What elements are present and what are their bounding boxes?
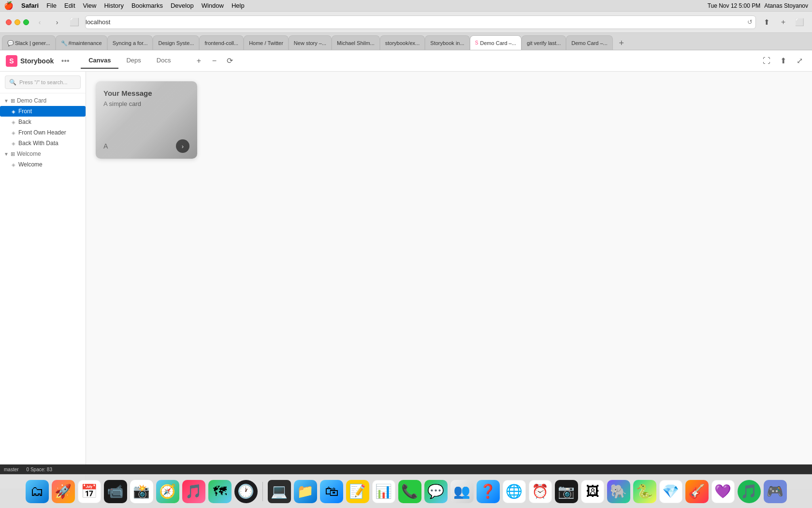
dock-appstore[interactable]: 🛍 xyxy=(320,480,343,503)
tree-group-header-welcome[interactable]: ▼ ⊞ Welcome xyxy=(0,149,86,159)
sidebar-item-front[interactable]: ◈ Front xyxy=(0,106,86,117)
tab-michael[interactable]: Michael Shilm... xyxy=(332,35,380,50)
menu-view[interactable]: View xyxy=(83,2,97,9)
menu-file[interactable]: File xyxy=(46,2,57,9)
refresh-icon[interactable]: ↺ xyxy=(747,18,755,26)
minimize-button[interactable] xyxy=(14,19,20,25)
dock-spotify[interactable]: 🎵 xyxy=(738,480,761,503)
maximize-button[interactable] xyxy=(23,19,29,25)
dock-pycharm[interactable]: 🐍 xyxy=(633,480,656,503)
dock-activity[interactable]: 📊 xyxy=(372,480,395,503)
demo-card[interactable]: Your Message A simple card A › xyxy=(96,81,197,159)
tab-demo-card-2[interactable]: Demo Card –... xyxy=(566,35,613,50)
zoom-in-button[interactable]: + xyxy=(192,54,205,68)
tab-canvas[interactable]: Canvas xyxy=(81,53,118,69)
fullscreen-icon[interactable]: ⛶ xyxy=(760,54,773,68)
search-input[interactable]: 🔍 Press "/" to search... xyxy=(5,75,81,89)
dock-folder[interactable]: 📁 xyxy=(294,480,317,503)
tree-group-header-demo-card[interactable]: ▼ ⊞ Demo Card xyxy=(0,95,86,106)
sidebar-show-button[interactable]: ⬜ xyxy=(793,15,806,29)
share-story-icon[interactable]: ⬆ xyxy=(776,54,790,68)
apple-menu[interactable]: 🍎 xyxy=(4,1,14,10)
open-new-tab-icon[interactable]: ⤢ xyxy=(793,54,806,68)
group-label-welcome: Welcome xyxy=(17,150,41,157)
sidebar-item-front-own-header[interactable]: ◈ Front Own Header xyxy=(0,127,86,138)
new-tab-button[interactable]: + xyxy=(615,36,628,50)
tree-group-welcome: ▼ ⊞ Welcome ◈ Welcome xyxy=(0,149,86,170)
dock-facetime[interactable]: 📹 xyxy=(104,480,127,503)
menu-edit[interactable]: Edit xyxy=(64,2,75,9)
dock-itunes[interactable]: 🎵 xyxy=(182,480,205,503)
card-arrow-button[interactable]: › xyxy=(176,139,189,153)
dock-photos[interactable]: 📸 xyxy=(130,480,153,503)
dock-terminal[interactable]: 💻 xyxy=(268,480,291,503)
add-tab-button[interactable]: ＋ xyxy=(776,15,790,29)
back-button[interactable]: ‹ xyxy=(33,15,46,29)
share-button[interactable]: ⬆ xyxy=(760,15,773,29)
dock-chrome[interactable]: 🌐 xyxy=(503,480,526,503)
zoom-reset-button[interactable]: ⟳ xyxy=(223,54,236,68)
tab-design[interactable]: Design Syste... xyxy=(153,35,199,50)
sidebar-item-back-with-data[interactable]: ◈ Back With Data xyxy=(0,138,86,149)
menu-help[interactable]: Help xyxy=(232,2,245,9)
dock-slack[interactable]: 💜 xyxy=(711,480,735,503)
tab-storybook-ex[interactable]: storybook/ex... xyxy=(380,35,425,50)
sidebar-item-welcome[interactable]: ◈ Welcome xyxy=(0,159,86,170)
dock-messages[interactable]: 💬 xyxy=(424,480,448,503)
menubar-time: Tue Nov 12 5:00 PM xyxy=(708,2,761,9)
dock-reminders[interactable]: ⏰ xyxy=(529,480,552,503)
card-title: Your Message xyxy=(103,89,189,97)
tab-git[interactable]: git verify last... xyxy=(522,35,566,50)
tab-label-design: Design Syste... xyxy=(158,40,194,46)
sidebar-item-back[interactable]: ◈ Back xyxy=(0,117,86,127)
tab-twitter[interactable]: Home / Twitter xyxy=(244,35,289,50)
tree-group-demo-card: ▼ ⊞ Demo Card ◈ Front ◈ Back ◈ Front O xyxy=(0,95,86,149)
dock-launchpad[interactable]: 🚀 xyxy=(52,480,75,503)
tab-docs[interactable]: Docs xyxy=(149,53,179,69)
menu-bookmarks[interactable]: Bookmarks xyxy=(131,2,163,9)
zoom-out-button[interactable]: − xyxy=(207,54,221,68)
dock-clock[interactable]: 🕐 xyxy=(234,480,258,503)
dock-phpstorm[interactable]: 🐘 xyxy=(607,480,630,503)
tab-syncing[interactable]: Syncing a for... xyxy=(107,35,153,50)
dock-discord[interactable]: 🎮 xyxy=(764,480,787,503)
storybook-logo-icon: S xyxy=(6,55,17,67)
sidebar-item-label-back-with-data: Back With Data xyxy=(18,140,58,147)
dock-sketch[interactable]: 💎 xyxy=(659,480,682,503)
tab-favicon-slack: 💬 xyxy=(7,40,13,46)
dock-safari[interactable]: 🧭 xyxy=(156,480,179,503)
forward-button[interactable]: › xyxy=(50,15,64,29)
tab-frontend[interactable]: frontend-coll... xyxy=(199,35,244,50)
tab-demo-card-active[interactable]: S Demo Card –... xyxy=(470,35,522,50)
dock-finder[interactable]: 🗂 xyxy=(26,480,49,503)
dock-help[interactable]: ❓ xyxy=(477,480,500,503)
dock-contacts[interactable]: 👥 xyxy=(450,480,474,503)
tab-label-frontend: frontend-coll... xyxy=(204,40,238,46)
sidebar-item-label-back: Back xyxy=(18,119,31,125)
storybook-logo-text: Storybook xyxy=(20,57,54,65)
dock: 🗂 🚀 📅 📹 📸 🧭 🎵 🗺 🕐 💻 📁 🛍 📝 📊 📞 💬 👥 ❓ 🌐 ⏰ … xyxy=(0,474,812,508)
tab-slack[interactable]: 💬 Slack | gener... xyxy=(2,35,56,50)
tab-maintenance[interactable]: 🔧 #maintenance xyxy=(56,35,107,50)
sidebar-toggle-button[interactable]: ⬜ xyxy=(68,15,81,29)
dock-preview[interactable]: 🖼 xyxy=(581,480,604,503)
menu-develop[interactable]: Develop xyxy=(171,2,194,9)
address-bar[interactable]: localhost ↺ xyxy=(85,15,756,29)
dock-calendar[interactable]: 📅 xyxy=(78,480,101,503)
dock-instruments[interactable]: 🎸 xyxy=(685,480,709,503)
dock-maps[interactable]: 🗺 xyxy=(208,480,232,503)
dock-notes[interactable]: 📝 xyxy=(346,480,369,503)
close-button[interactable] xyxy=(6,19,12,25)
menu-window[interactable]: Window xyxy=(202,2,224,9)
tab-storybook-in[interactable]: Storybook in... xyxy=(425,35,469,50)
menu-history[interactable]: History xyxy=(104,2,123,9)
app-name[interactable]: Safari xyxy=(21,2,39,9)
tab-deps[interactable]: Deps xyxy=(118,53,148,69)
storybook-menu-button[interactable]: ••• xyxy=(59,55,71,67)
group-icon-demo-card: ⊞ xyxy=(11,98,15,104)
dock-phone[interactable]: 📞 xyxy=(398,480,421,503)
dock-camera[interactable]: 📷 xyxy=(555,480,578,503)
tab-new-story[interactable]: New story –... xyxy=(289,35,332,50)
tab-label-demo-card-active: Demo Card –... xyxy=(480,40,516,46)
tab-label-storybook-in: Storybook in... xyxy=(430,40,464,46)
